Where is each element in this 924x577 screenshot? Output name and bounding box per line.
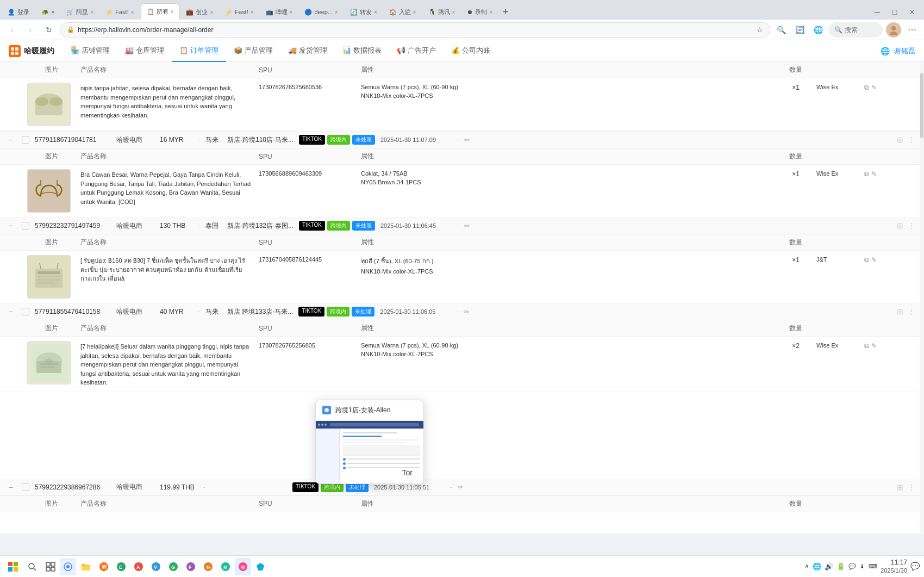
extension-icon-2[interactable]: 🌐 bbox=[810, 22, 826, 38]
taskbar-app-5[interactable]: G bbox=[165, 558, 182, 575]
tab-login[interactable]: 👤 登录 bbox=[2, 4, 35, 20]
svg-text:V: V bbox=[154, 564, 157, 570]
more-icon-4[interactable]: ⋮ bbox=[908, 483, 915, 492]
collapse-btn-2[interactable]: − bbox=[9, 221, 16, 230]
copy-icon-1[interactable]: ⧉ bbox=[864, 170, 869, 178]
tray-icon-6[interactable]: ⌨ bbox=[869, 563, 877, 570]
nav-reports[interactable]: 📊 数据报表 bbox=[335, 40, 389, 62]
nav-warehouse-mgmt[interactable]: 🏭 仓库管理 bbox=[117, 40, 172, 62]
maximize-button[interactable]: □ bbox=[887, 4, 902, 20]
nav-ads[interactable]: 📢 广告开户 bbox=[389, 40, 444, 62]
product-spu-2: 1731670405876124445 bbox=[259, 255, 357, 263]
edit-btn-2[interactable]: ✏ bbox=[464, 222, 470, 230]
checkbox-4[interactable] bbox=[22, 483, 29, 491]
taskbar-app-7[interactable]: Te bbox=[200, 558, 216, 575]
taskbar-app-1[interactable]: W bbox=[96, 558, 112, 575]
more-icon-1[interactable]: ⋮ bbox=[908, 135, 915, 144]
taskbar-app-2[interactable]: E bbox=[113, 558, 129, 575]
taskbar-app-9[interactable] bbox=[252, 558, 269, 575]
edit-btn-3[interactable]: ✏ bbox=[464, 308, 470, 316]
taskbar-app-3[interactable]: A bbox=[130, 558, 147, 575]
user-name[interactable]: 谢铭磊 bbox=[894, 46, 915, 56]
start-button[interactable] bbox=[4, 558, 22, 575]
nav-accounting[interactable]: 💰 公司内账 bbox=[444, 40, 498, 62]
tab-fast1[interactable]: ⚡ Fast! × bbox=[100, 4, 139, 20]
nav-order-mgmt[interactable]: 📋 订单管理 bbox=[172, 40, 226, 62]
new-tab-button[interactable]: + bbox=[499, 5, 512, 18]
copy-icon-2[interactable]: ⧉ bbox=[864, 256, 869, 264]
taskbar-active-app[interactable]: W bbox=[235, 558, 251, 575]
tab-2[interactable]: 🐢 × bbox=[36, 4, 60, 20]
grid-icon-1[interactable]: ⊞ bbox=[897, 135, 903, 144]
tray-icon-1[interactable]: 🌐 bbox=[813, 562, 821, 570]
tab-fast2[interactable]: ⚡ Fast! × bbox=[220, 4, 259, 20]
tab-deep[interactable]: 🔵 deep... × bbox=[299, 4, 343, 20]
ads-icon: 📢 bbox=[397, 46, 405, 54]
more-icon-2[interactable]: ⋮ bbox=[908, 221, 915, 230]
tab-bilibili[interactable]: 📺 哔哩 × bbox=[260, 4, 298, 20]
nav-shop-mgmt[interactable]: 🏪 店铺管理 bbox=[63, 40, 117, 62]
copy-icon-0[interactable]: ⧉ bbox=[864, 84, 869, 91]
tags-2: TIKTOK 跨境内 未处理 bbox=[299, 221, 375, 231]
collapse-btn-4[interactable]: − bbox=[9, 483, 16, 492]
tab-all-orders[interactable]: 📋 所有 × bbox=[141, 3, 180, 20]
grid-icon-3[interactable]: ⊞ bbox=[897, 307, 903, 316]
copy-icon-3[interactable]: ⧉ bbox=[864, 342, 869, 350]
tray-icon-5[interactable]: 🌡 bbox=[859, 563, 865, 569]
forward-button[interactable]: › bbox=[23, 22, 38, 38]
checkbox-2[interactable] bbox=[22, 222, 29, 229]
scrollbar-thumb[interactable] bbox=[920, 73, 923, 138]
taskbar-taskview[interactable] bbox=[42, 558, 59, 575]
tab-ruzhu[interactable]: 🏠 入驻 × bbox=[384, 4, 422, 20]
tab-record[interactable]: ⏺ 录制 × bbox=[461, 4, 498, 20]
browser-chrome: 👤 登录 🐢 × 🛒 阿里 × ⚡ Fast! × 📋 所有 × 💼 创 bbox=[0, 0, 924, 40]
addr-search-icon[interactable]: 🔍 bbox=[773, 22, 789, 38]
minimize-button[interactable]: ─ bbox=[870, 4, 885, 20]
translate-button[interactable]: 🌐 bbox=[881, 47, 890, 55]
back-button[interactable]: ‹ bbox=[4, 22, 20, 38]
search-input[interactable] bbox=[845, 26, 877, 34]
star-icon[interactable]: ☆ bbox=[757, 26, 763, 34]
tray-icon-4[interactable]: 💬 bbox=[848, 563, 856, 570]
more-icon-3[interactable]: ⋮ bbox=[908, 307, 915, 316]
edit-btn-1[interactable]: ✏ bbox=[464, 136, 470, 144]
taskbar-search[interactable] bbox=[23, 558, 41, 575]
tab-tencent[interactable]: 🐧 腾讯 × bbox=[423, 4, 461, 20]
tray-icon-2[interactable]: 🔊 bbox=[825, 562, 833, 570]
edit-icon-3[interactable]: ✎ bbox=[871, 342, 877, 350]
extension-icon-1[interactable]: 🔄 bbox=[792, 22, 807, 38]
notification-button[interactable]: 💬 bbox=[910, 562, 920, 570]
taskbar-app-4[interactable]: V bbox=[148, 558, 164, 575]
checkbox-1[interactable] bbox=[22, 136, 29, 144]
grid-icon-4[interactable]: ⊞ bbox=[897, 483, 903, 492]
edit-icon-2[interactable]: ✎ bbox=[871, 256, 877, 264]
profile-avatar[interactable] bbox=[886, 22, 901, 38]
edit-icon-1[interactable]: ✎ bbox=[871, 170, 877, 178]
grid-icon-2[interactable]: ⊞ bbox=[897, 221, 903, 230]
scrollbar[interactable] bbox=[920, 62, 924, 533]
tab-startup[interactable]: 💼 创业 × bbox=[180, 4, 218, 20]
taskbar-browser[interactable] bbox=[60, 558, 76, 575]
taskbar-explorer[interactable] bbox=[77, 558, 95, 575]
taskbar-app-6[interactable]: F bbox=[183, 558, 199, 575]
product-actions-2: ⧉ ✎ bbox=[864, 255, 897, 264]
menu-button[interactable]: ⋯ bbox=[904, 22, 920, 38]
system-clock[interactable]: 11:17 2025/1/30 bbox=[881, 559, 907, 575]
close-button[interactable]: × bbox=[904, 4, 920, 20]
reload-button[interactable]: ↻ bbox=[41, 22, 57, 38]
tray-expand[interactable]: ∧ bbox=[804, 562, 809, 570]
collapse-btn-1[interactable]: − bbox=[9, 135, 16, 144]
country-3: 马来 bbox=[205, 307, 222, 317]
edit-icon-0[interactable]: ✎ bbox=[871, 84, 877, 91]
address-bar[interactable]: 🔒 https://erp.hallovin.com/order-manage/… bbox=[60, 22, 770, 38]
search-input-area[interactable]: 🔍 bbox=[829, 22, 883, 38]
taskbar-app-8[interactable]: M bbox=[217, 558, 234, 575]
tray-icon-3[interactable]: 🔋 bbox=[836, 562, 845, 570]
nav-shipping-mgmt[interactable]: 🚚 发货管理 bbox=[280, 40, 335, 62]
checkbox-3[interactable] bbox=[22, 308, 29, 315]
collapse-btn-3[interactable]: − bbox=[9, 307, 16, 316]
tab-forward[interactable]: 🔄 转发 × bbox=[345, 4, 383, 20]
edit-btn-4[interactable]: ✏ bbox=[458, 483, 464, 491]
nav-product-mgmt[interactable]: 📦 产品管理 bbox=[226, 40, 280, 62]
tab-ali[interactable]: 🛒 阿里 × bbox=[61, 4, 99, 20]
